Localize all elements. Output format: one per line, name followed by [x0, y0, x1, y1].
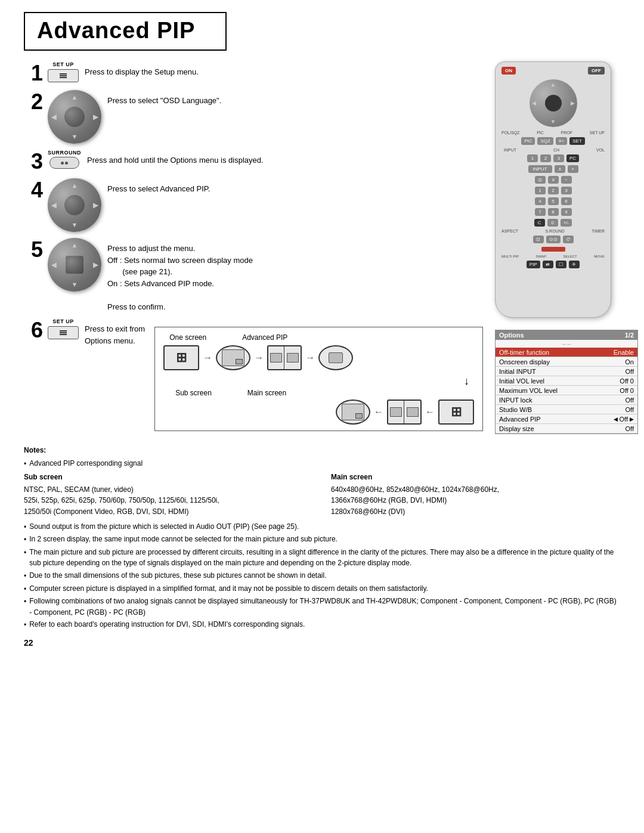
remote-row-9: PIP ⇄ ☐ ✛	[501, 261, 605, 268]
dpad-left-4: ◀	[51, 202, 56, 209]
dpad-right-4: ▶	[93, 202, 98, 209]
page-number: 22	[24, 638, 620, 648]
step-number-4: 4	[24, 179, 43, 201]
flow-label-sub-screen: Sub screen	[175, 389, 212, 397]
options-value-0: Enable	[614, 349, 634, 356]
remote-off-button: OFF	[588, 67, 605, 75]
setup-button-illus-1: SET UP	[48, 61, 79, 82]
remote-dpad: ▲ ▼ ◀ ▶	[530, 79, 577, 127]
sub-screen-label: Sub screen	[24, 472, 313, 483]
options-value-3: Off 0	[620, 377, 634, 385]
remote-row-1: PIC SQZ ≡= SET	[501, 137, 605, 145]
remote-row-3: ◎ ∨ −	[501, 176, 605, 184]
surround-pill	[49, 157, 79, 169]
step-6: 6 SET UP	[24, 318, 145, 346]
step-4: 4 ▲ ▼ ◀ ▶ Press to select Advanced PIP.	[24, 178, 483, 232]
remote-on-button: ON	[501, 67, 516, 75]
note-text-6: Refer to each board's operating instruct…	[29, 619, 305, 631]
options-label-7: Advanced PIP	[499, 416, 541, 423]
step-1: 1 SET UP Press to display the Setup menu…	[24, 61, 483, 84]
flow-circle-2	[318, 345, 353, 370]
options-value-7: Off	[620, 416, 628, 423]
flow-bottom-labels: Sub screen Main screen	[163, 389, 474, 397]
surround-label: SURROUND	[48, 150, 81, 156]
note-6: • Refer to each board's operating instru…	[24, 619, 620, 631]
note-text-0: Sound output is from the picture which i…	[29, 521, 299, 533]
flow-top-row: ⊞ → →	[163, 345, 474, 370]
note-text-3: Due to the small dimensions of the sub p…	[29, 570, 326, 582]
setup-btn-1	[48, 69, 79, 82]
options-row-0: Off-timer function Enable	[496, 348, 637, 357]
sub-screen-col: Sub screen NTSC, PAL, SECAM (tuner, vide…	[24, 472, 313, 517]
setup-btn-6	[48, 326, 79, 339]
options-label-3: Initial VOL level	[499, 377, 544, 385]
sub-screen-text: NTSC, PAL, SECAM (tuner, video) 525i, 52…	[24, 484, 313, 518]
dpad-down-2: ▼	[72, 133, 78, 140]
surround-button-illus: SURROUND	[48, 150, 81, 169]
note-text-advanced-pip: Advanced PIP corresponding signal	[29, 458, 143, 470]
options-label-1: Onscreen display	[499, 358, 550, 366]
remote-row-2: 1 2 3 PC	[501, 154, 605, 162]
remote-control: ON OFF ▲ ▼ ◀ ▶ POL/SQZPICPROFSET UP PIC …	[495, 61, 611, 318]
flow-label-advanced-pip: Advanced PIP	[242, 333, 287, 342]
step-text-1: Press to display the Setup menu.	[85, 66, 199, 78]
dpad-up-4: ▲	[72, 182, 78, 189]
dpad-5: ▲ ▼ ◀ ▶	[48, 238, 101, 292]
dpad-left-5: ◀	[51, 261, 56, 269]
flow-label-one-screen: One screen	[169, 333, 206, 342]
step-number-6: 6	[24, 320, 43, 341]
note-text-2: The main picture and sub picture are pro…	[29, 547, 620, 569]
main-screen-text: 640x480@60Hz, 852x480@60Hz, 1024x768@60H…	[331, 484, 620, 518]
flow-diagram: One screen Advanced PIP ⊞ →	[154, 327, 483, 431]
arrow-left-7: ◀	[614, 416, 618, 422]
step-5: 5 ▲ ▼ ◀ ▶ Press to adjust the menu. Off …	[24, 238, 483, 312]
remote-row-7: C 0 +/-	[501, 219, 605, 227]
options-row-1: Onscreen display On	[496, 357, 637, 367]
options-label-5: INPUT lock	[499, 397, 532, 404]
dpad-down-5: ▼	[72, 281, 78, 288]
setup-label-1: SET UP	[52, 61, 74, 67]
options-label-4: Maximum VOL level	[499, 387, 558, 394]
note-text-5: Following combinations of two analog sig…	[29, 596, 620, 618]
step-number-1: 1	[24, 63, 43, 84]
step-number-5: 5	[24, 239, 43, 261]
dpad-up-2: ▲	[72, 94, 78, 101]
remote-row-4: 1 2 3	[501, 187, 605, 194]
options-value-1: On	[625, 358, 634, 366]
options-label-8: Display size	[499, 425, 534, 432]
setup-button-illus-6: SET UP	[48, 318, 79, 339]
flow-one-screen-box-2: ⊞	[438, 400, 474, 425]
options-panel: Options 1/2 – – Off-timer function Enabl…	[495, 330, 638, 434]
options-val-7: ◀ Off ▶	[614, 416, 634, 423]
note-0: • Sound output is from the picture which…	[24, 521, 620, 533]
note-text-4: Computer screen picture is displayed in …	[29, 583, 428, 595]
remote-red-bar	[541, 247, 565, 252]
dpad-2: ▲ ▼ ◀ ▶	[48, 90, 101, 144]
flow-one-screen-box: ⊞	[163, 345, 199, 370]
note-1: • In 2 screen display, the same input mo…	[24, 534, 620, 546]
note-bullet-advanced-pip: • Advanced PIP corresponding signal	[24, 458, 620, 470]
note-4: • Computer screen picture is displayed i…	[24, 583, 620, 595]
options-row-7: Advanced PIP ◀ Off ▶	[496, 414, 637, 424]
sub-columns: Sub screen NTSC, PAL, SECAM (tuner, vide…	[24, 472, 620, 517]
flow-down-arrow: ↓	[163, 375, 474, 388]
remote-row-8: ⊡ ⊙⊙ ⏱	[501, 236, 605, 243]
options-row-4: Maximum VOL level Off 0	[496, 386, 637, 395]
options-value-6: Off	[626, 406, 634, 413]
step-text-6: Press to exit fromOptions menu.	[85, 323, 145, 346]
notes-title: Notes:	[24, 445, 620, 456]
options-value-8: Off	[626, 425, 634, 432]
options-dash: – –	[496, 340, 637, 348]
options-row-6: Studio W/B Off	[496, 405, 637, 414]
options-val-0: Enable	[614, 349, 634, 356]
note-2: • The main picture and sub picture are p…	[24, 547, 620, 569]
options-value-5: Off	[626, 397, 634, 404]
step-number-2: 2	[24, 91, 43, 113]
flow-circle-1	[216, 345, 250, 370]
dpad-right-5: ▶	[93, 261, 98, 269]
page-title-box: Advanced PIP	[24, 12, 227, 51]
step-text-3: Press and hold until the Options menu is…	[87, 154, 264, 166]
note-text-1: In 2 screen display, the same input mode…	[29, 534, 338, 546]
page-title: Advanced PIP	[37, 18, 213, 44]
step-2: 2 ▲ ▼ ◀ ▶ Press to select "OSD Language"…	[24, 90, 483, 144]
